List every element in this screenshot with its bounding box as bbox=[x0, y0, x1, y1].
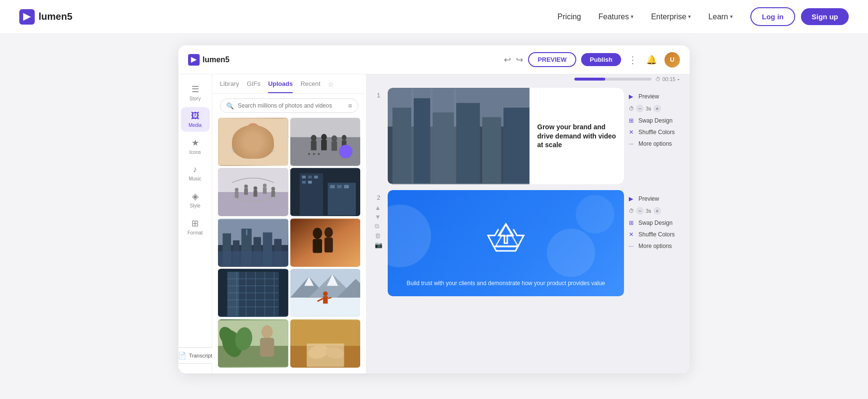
svg-rect-104 bbox=[430, 89, 433, 183]
nav-links: Pricing Features ▾ Enterprise ▾ Learn ▾ bbox=[557, 13, 733, 21]
media-item-dark-building[interactable] bbox=[290, 168, 361, 216]
clock-icon: ⏱ bbox=[629, 106, 634, 111]
slide-copy-icon[interactable]: ⧉ bbox=[375, 222, 382, 230]
svg-point-13 bbox=[321, 134, 327, 141]
slide-option-more-1[interactable]: ··· More options bbox=[629, 139, 682, 149]
sidebar-item-format[interactable]: ⊞ Format bbox=[181, 214, 210, 239]
slide-card-2[interactable]: Build trust with your clients and demons… bbox=[388, 190, 624, 296]
style-icon: ◈ bbox=[192, 191, 199, 202]
sidebar-item-media[interactable]: 🖼 Media bbox=[181, 107, 210, 132]
svg-rect-22 bbox=[235, 192, 239, 198]
svg-point-27 bbox=[263, 184, 267, 188]
login-button[interactable]: Log in bbox=[750, 7, 795, 26]
sidebar-item-story[interactable]: ☰ Story bbox=[181, 80, 210, 105]
slide-move-up-icon[interactable]: ▲ bbox=[375, 204, 382, 211]
media-item-person-snow[interactable] bbox=[290, 269, 361, 317]
svg-point-54 bbox=[312, 228, 322, 239]
more-options-dots-icon-2: ··· bbox=[629, 243, 636, 249]
svg-rect-35 bbox=[308, 176, 312, 179]
nav-link-pricing[interactable]: Pricing bbox=[557, 13, 581, 21]
tab-uploads[interactable]: Uploads bbox=[268, 80, 293, 93]
tab-favorites-icon[interactable]: ☆ bbox=[328, 81, 334, 93]
signup-button[interactable]: Sign up bbox=[801, 8, 849, 25]
app-topbar-actions: ↩ ↪ PREVIEW Publish ⋮ 🔔 U bbox=[504, 52, 680, 68]
media-item-hands-working[interactable] bbox=[290, 319, 361, 368]
media-item-crowd[interactable] bbox=[218, 168, 288, 216]
glass-building-illustration bbox=[218, 269, 288, 317]
slide-camera-icon[interactable]: 📷 bbox=[375, 241, 382, 248]
tab-library[interactable]: Library bbox=[220, 80, 239, 93]
sidebar-item-icons[interactable]: ★ Icons bbox=[181, 134, 210, 159]
slide-option-more-2[interactable]: ··· More options bbox=[629, 241, 682, 251]
slide-move-down-icon[interactable]: ▼ bbox=[375, 213, 382, 220]
svg-rect-37 bbox=[302, 181, 306, 184]
time-minus-btn-2[interactable]: − bbox=[636, 207, 644, 215]
media-item-city-skyline[interactable] bbox=[218, 219, 288, 267]
slide-row-1: 1 bbox=[374, 88, 682, 184]
nav-link-learn[interactable]: Learn ▾ bbox=[708, 13, 733, 21]
sidebar-item-music[interactable]: ♪ Music bbox=[181, 161, 210, 185]
slide-option-preview-1[interactable]: ▶ Preview bbox=[629, 92, 682, 101]
slide-option-swap-design-2[interactable]: ⊞ Swap Design bbox=[629, 218, 682, 228]
user-avatar[interactable]: U bbox=[665, 52, 680, 68]
tab-recent[interactable]: Recent bbox=[300, 80, 320, 93]
time-minus-btn-1[interactable]: − bbox=[636, 105, 644, 112]
time-plus-btn-2[interactable]: + bbox=[653, 207, 661, 215]
preview-button[interactable]: PREVIEW bbox=[528, 52, 576, 67]
nav-link-features[interactable]: Features ▾ bbox=[598, 13, 634, 21]
sidebar-item-style[interactable]: ◈ Style bbox=[181, 187, 210, 212]
svg-rect-100 bbox=[456, 103, 480, 183]
svg-rect-41 bbox=[344, 185, 349, 189]
svg-rect-4 bbox=[218, 119, 288, 165]
svg-rect-94 bbox=[306, 344, 344, 367]
hands-illustration bbox=[290, 319, 361, 368]
nav-actions: Log in Sign up bbox=[750, 7, 849, 26]
publish-button[interactable]: Publish bbox=[581, 53, 621, 66]
slide-card-1[interactable]: Grow your brand and drive demand with vi… bbox=[388, 88, 624, 184]
enterprise-chevron-icon: ▾ bbox=[688, 14, 691, 20]
slide-option-swap-design-1[interactable]: ⊞ Swap Design bbox=[629, 116, 682, 125]
swap-design-icon: ⊞ bbox=[629, 117, 636, 124]
time-indicator[interactable]: ⏱ 00:15 ▾ bbox=[655, 76, 680, 82]
svg-point-87 bbox=[261, 325, 272, 338]
nav-logo-text: lumen5 bbox=[39, 11, 72, 22]
nav-link-enterprise[interactable]: Enterprise ▾ bbox=[651, 13, 691, 21]
undo-button[interactable]: ↩ bbox=[504, 55, 511, 65]
slide-option-preview-2[interactable]: ▶ Preview bbox=[629, 194, 682, 204]
tab-gifs[interactable]: GIFs bbox=[247, 80, 260, 93]
navbar: lumen5 Pricing Features ▾ Enterprise ▾ L… bbox=[0, 0, 868, 34]
svg-rect-55 bbox=[312, 239, 322, 253]
play-icon-2: ▶ bbox=[629, 195, 636, 202]
nav-logo[interactable]: lumen5 bbox=[19, 9, 557, 25]
media-item-couple[interactable] bbox=[290, 219, 361, 267]
slide-option-shuffle-colors-1[interactable]: ✕ Shuffle Colors bbox=[629, 127, 682, 137]
notification-bell-icon[interactable]: 🔔 bbox=[646, 55, 657, 65]
crowd-illustration bbox=[218, 168, 288, 216]
slide-number-col-2: 2 ▲ ▼ ⧉ 🗑 📷 bbox=[374, 190, 383, 248]
media-item-woman-laptop[interactable] bbox=[218, 118, 288, 166]
play-icon: ▶ bbox=[629, 93, 636, 100]
filter-icon[interactable]: ≡ bbox=[348, 102, 352, 110]
slide-delete-icon[interactable]: 🗑 bbox=[375, 232, 382, 239]
slide-option-time-1[interactable]: ⏱ − 3s + bbox=[629, 103, 682, 114]
media-item-silhouettes[interactable] bbox=[290, 118, 361, 166]
time-plus-btn-1[interactable]: + bbox=[653, 105, 661, 112]
search-input[interactable] bbox=[238, 102, 344, 109]
svg-rect-20 bbox=[218, 192, 288, 216]
media-item-glass-building[interactable] bbox=[218, 269, 288, 317]
svg-point-78 bbox=[323, 291, 327, 296]
slide-option-time-2[interactable]: ⏱ − 3s + bbox=[629, 206, 682, 216]
svg-rect-97 bbox=[393, 108, 411, 183]
purple-dot-indicator bbox=[339, 145, 353, 158]
svg-point-29 bbox=[271, 187, 275, 191]
lumen5-logo-icon bbox=[19, 9, 35, 25]
redo-button[interactable]: ↪ bbox=[516, 55, 523, 65]
media-item-plant-woman[interactable] bbox=[218, 319, 288, 368]
svg-rect-16 bbox=[331, 141, 337, 151]
more-options-icon[interactable]: ⋮ bbox=[628, 54, 637, 66]
media-grid bbox=[212, 118, 366, 373]
plant-woman-illustration bbox=[218, 319, 288, 368]
silhouettes-illustration bbox=[290, 118, 361, 166]
svg-point-15 bbox=[331, 135, 337, 142]
slide-option-shuffle-colors-2[interactable]: ✕ Shuffle Colors bbox=[629, 230, 682, 239]
